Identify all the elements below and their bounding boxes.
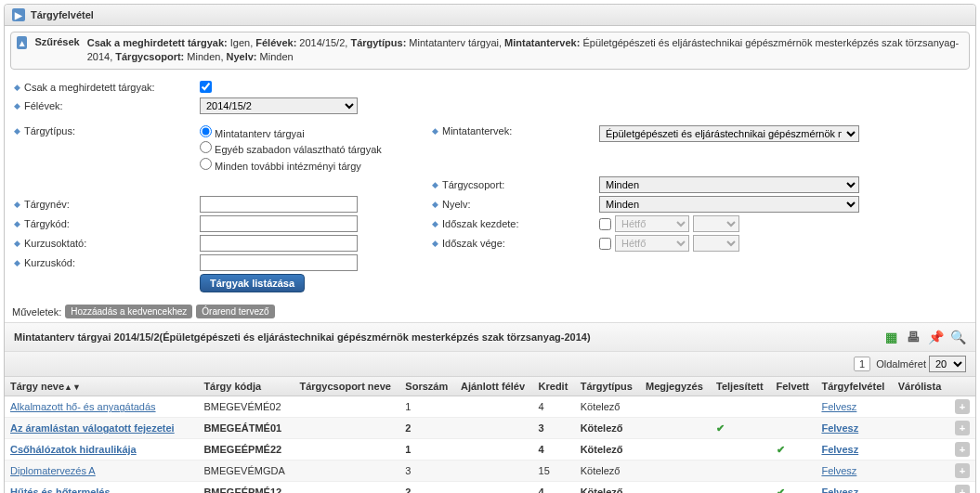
subject-link[interactable]: Diplomatervezés A bbox=[10, 465, 96, 476]
felev-cell bbox=[455, 418, 533, 439]
col-header[interactable]: Tárgytípus bbox=[575, 377, 640, 396]
subject-code-input[interactable] bbox=[200, 215, 358, 232]
subject-type-radios: Mintatanterv tárgyai Egyéb szabadon vála… bbox=[200, 125, 432, 175]
kredit-cell: 4 bbox=[533, 396, 575, 418]
group-cell bbox=[294, 418, 400, 439]
subject-code-cell: BMEGEÁTMÉ01 bbox=[198, 418, 294, 439]
period-start-time[interactable] bbox=[693, 215, 739, 232]
filter-collapse-icon[interactable]: ▲ bbox=[17, 36, 27, 49]
filter-summary-box: ▲ Szűrések Csak a meghirdetett tárgyak: … bbox=[10, 32, 970, 70]
group-cell bbox=[294, 461, 400, 482]
col-header[interactable]: Tárgycsoport neve bbox=[294, 377, 400, 396]
subject-type-option[interactable]: Egyéb szabadon választható tárgyak bbox=[200, 141, 432, 158]
col-header[interactable]: Kredit bbox=[533, 377, 575, 396]
expand-row-button[interactable]: + bbox=[955, 485, 970, 493]
collapse-icon[interactable]: ▶ bbox=[12, 8, 25, 21]
check-icon: ✔ bbox=[777, 444, 785, 455]
col-header[interactable]: Sorszám bbox=[399, 377, 455, 396]
diamond-icon: ◆ bbox=[432, 239, 438, 248]
col-header[interactable]: Tárgy kódja bbox=[198, 377, 294, 396]
take-subject-link[interactable]: Felvesz bbox=[821, 465, 856, 476]
subject-link[interactable]: Alkalmazott hő- és anyagátadás bbox=[10, 401, 156, 412]
table-row: Alkalmazott hő- és anyagátadásBMEGEVÉMÉ0… bbox=[5, 396, 975, 418]
course-code-input[interactable] bbox=[200, 254, 358, 271]
waitlist-cell bbox=[893, 396, 948, 418]
schedule-planner-button[interactable]: Órarend tervező bbox=[196, 305, 274, 318]
subject-type-option[interactable]: Minden további intézményi tárgy bbox=[200, 158, 432, 175]
lang-label: Nyelv: bbox=[442, 199, 471, 210]
col-header[interactable] bbox=[948, 377, 975, 396]
subject-link[interactable]: Csőhálózatok hidraulikája bbox=[10, 444, 137, 455]
page-size-select[interactable]: 20 bbox=[929, 356, 966, 372]
note-cell bbox=[640, 396, 711, 418]
page-number[interactable]: 1 bbox=[854, 357, 870, 371]
period-end-label: Időszak vége: bbox=[442, 238, 505, 249]
col-header[interactable]: Tárgy neve▲▼ bbox=[5, 377, 198, 396]
sor-cell: 1 bbox=[399, 396, 455, 418]
col-header[interactable]: Teljesített bbox=[711, 377, 770, 396]
semesters-label: Félévek: bbox=[24, 100, 63, 111]
take-subject-link[interactable]: Felvesz bbox=[821, 422, 858, 434]
search-icon[interactable]: 🔍 bbox=[949, 329, 966, 345]
period-end-time[interactable] bbox=[693, 235, 739, 252]
subject-link[interactable]: Hűtés és hőtermelés bbox=[10, 487, 111, 493]
sor-cell: 3 bbox=[399, 461, 455, 482]
kredit-cell: 3 bbox=[533, 418, 575, 439]
filters-label: Szűrések bbox=[34, 36, 79, 47]
take-subject-link[interactable]: Felvesz bbox=[821, 401, 856, 412]
period-end-day[interactable]: Hétfő bbox=[615, 235, 689, 252]
export-xls-icon[interactable]: ▦ bbox=[882, 329, 899, 345]
completed-cell bbox=[711, 396, 770, 418]
table-row: Diplomatervezés ABMEGEVÉMGDA315KötelezőF… bbox=[5, 461, 975, 482]
subject-link[interactable]: Az áramlástan válogatott fejezetei bbox=[10, 422, 175, 434]
subject-code-label: Tárgykód: bbox=[24, 218, 70, 229]
period-end-checkbox[interactable] bbox=[599, 238, 611, 250]
col-header[interactable]: Ajánlott félév bbox=[455, 377, 533, 396]
subject-code-cell: BMEGEÉPMÉ22 bbox=[198, 439, 294, 461]
group-select[interactable]: Minden bbox=[599, 176, 859, 193]
diamond-icon: ◆ bbox=[432, 200, 438, 209]
completed-cell bbox=[711, 461, 770, 482]
group-cell bbox=[294, 482, 400, 493]
period-start-day[interactable]: Hétfő bbox=[615, 215, 689, 232]
col-header[interactable]: Várólista bbox=[893, 377, 948, 396]
subject-name-label: Tárgynév: bbox=[24, 199, 70, 210]
print-icon[interactable]: 🖶 bbox=[905, 329, 921, 345]
subject-type-option[interactable]: Mintatanterv tárgyai bbox=[200, 125, 432, 142]
curriculum-select[interactable]: Épületgépészeti és eljárástechnikai gépé… bbox=[599, 125, 859, 142]
felev-cell bbox=[455, 482, 533, 493]
add-favorite-button[interactable]: Hozzáadás a kedvencekhez bbox=[65, 305, 192, 318]
take-subject-link[interactable]: Felvesz bbox=[821, 444, 858, 455]
filter-summary-text: Csak a meghirdetett tárgyak: Igen, Félév… bbox=[87, 36, 963, 65]
list-subjects-button[interactable]: Tárgyak listázása bbox=[200, 274, 305, 292]
take-subject-link[interactable]: Felvesz bbox=[821, 487, 858, 493]
subject-name-input[interactable] bbox=[200, 196, 358, 213]
list-title: Mintatanterv tárgyai 2014/15/2(Épületgép… bbox=[14, 331, 591, 343]
col-header[interactable]: Felvett bbox=[771, 377, 817, 396]
note-cell bbox=[640, 418, 711, 439]
lang-select[interactable]: Minden bbox=[599, 196, 859, 213]
expand-row-button[interactable]: + bbox=[955, 463, 970, 478]
subject-code-cell: BMEGEVÉMÉ02 bbox=[198, 396, 294, 418]
expand-row-button[interactable]: + bbox=[955, 399, 970, 414]
expand-row-button[interactable]: + bbox=[955, 421, 970, 435]
expand-row-button[interactable]: + bbox=[955, 442, 970, 457]
pin-icon[interactable]: 📌 bbox=[927, 329, 944, 345]
period-start-checkbox[interactable] bbox=[599, 218, 611, 230]
semesters-select[interactable]: 2014/15/2 bbox=[200, 97, 358, 114]
col-header[interactable]: Megjegyzés bbox=[640, 377, 711, 396]
completed-cell: ✔ bbox=[711, 418, 770, 439]
note-cell bbox=[640, 482, 711, 493]
check-icon: ✔ bbox=[777, 487, 785, 493]
subject-code-cell: BMEGEÉPMÉ12 bbox=[198, 482, 294, 493]
course-teacher-input[interactable] bbox=[200, 235, 358, 252]
tip-cell: Kötelező bbox=[575, 461, 640, 482]
col-header[interactable]: Tárgyfelvétel bbox=[816, 377, 892, 396]
curriculum-label: Mintatantervek: bbox=[442, 125, 512, 136]
subjects-table: Tárgy neve▲▼Tárgy kódjaTárgycsoport neve… bbox=[5, 377, 975, 493]
diamond-icon: ◆ bbox=[432, 180, 438, 189]
only-announced-checkbox[interactable] bbox=[200, 81, 212, 93]
diamond-icon: ◆ bbox=[14, 126, 20, 136]
diamond-icon: ◆ bbox=[432, 126, 438, 136]
taken-cell: ✔ bbox=[771, 439, 817, 461]
